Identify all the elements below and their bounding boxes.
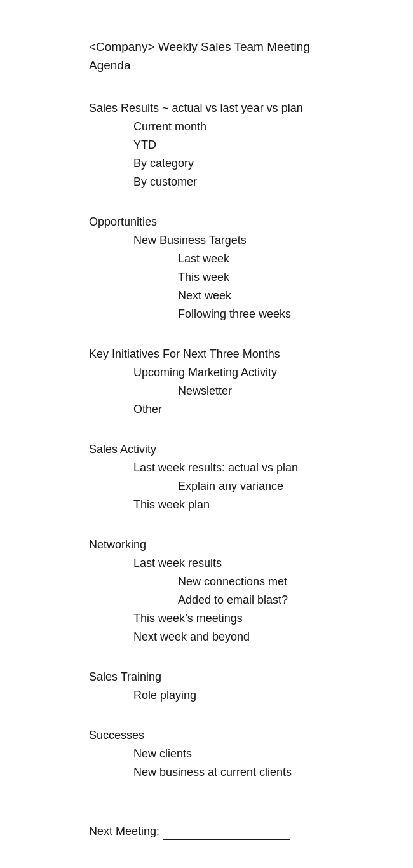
ytd: YTD: [89, 137, 375, 154]
section-opportunities: Opportunities New Business Targets Last …: [89, 214, 375, 323]
new-connections: New connections met: [89, 573, 375, 590]
section-key-initiatives: Key Initiatives For Next Three Months Up…: [89, 346, 375, 418]
role-playing: Role playing: [89, 687, 375, 704]
next-meeting-underline: [163, 826, 290, 840]
newsletter: Newsletter: [89, 383, 375, 400]
section-sales-results: Sales Results ~ actual vs last year vs p…: [89, 100, 375, 191]
section-networking: Networking Last week results New connect…: [89, 536, 375, 646]
section-sales-training: Sales Training Role playing: [89, 668, 375, 704]
current-month: Current month: [89, 118, 375, 135]
last-week: Last week: [89, 250, 375, 268]
this-week-plan: This week plan: [89, 496, 375, 513]
opportunities-heading: Opportunities: [89, 214, 375, 231]
last-week-results-actual: Last week results: actual vs plan: [89, 459, 375, 477]
new-business-current-clients: New business at current clients: [89, 764, 375, 781]
key-initiatives-heading: Key Initiatives For Next Three Months: [89, 346, 375, 363]
section-successes: Successes New clients New business at cu…: [89, 727, 375, 781]
next-meeting: Next Meeting:: [89, 823, 375, 840]
by-category: By category: [89, 155, 375, 172]
upcoming-marketing: Upcoming Marketing Activity: [89, 364, 375, 381]
this-weeks-meetings: This week’s meetings: [89, 610, 375, 627]
sales-results-heading: Sales Results ~ actual vs last year vs p…: [89, 100, 375, 117]
following-three-weeks: Following three weeks: [89, 306, 375, 323]
by-customer: By customer: [89, 173, 375, 191]
explain-variance: Explain any variance: [89, 478, 375, 495]
next-week: Next week: [89, 287, 375, 304]
document-title: <Company> Weekly Sales Team Meeting Agen…: [89, 38, 375, 74]
networking-heading: Networking: [89, 536, 375, 553]
next-week-beyond: Next week and beyond: [89, 628, 375, 646]
other: Other: [89, 401, 375, 418]
this-week: This week: [89, 269, 375, 286]
networking-last-week: Last week results: [89, 555, 375, 572]
sales-training-heading: Sales Training: [89, 668, 375, 686]
new-clients: New clients: [89, 745, 375, 763]
next-meeting-label: Next Meeting:: [89, 823, 159, 840]
added-email-blast: Added to email blast?: [89, 592, 375, 609]
new-business-targets: New Business Targets: [89, 232, 375, 249]
successes-heading: Successes: [89, 727, 375, 744]
section-sales-activity: Sales Activity Last week results: actual…: [89, 441, 375, 513]
sales-activity-heading: Sales Activity: [89, 441, 375, 458]
